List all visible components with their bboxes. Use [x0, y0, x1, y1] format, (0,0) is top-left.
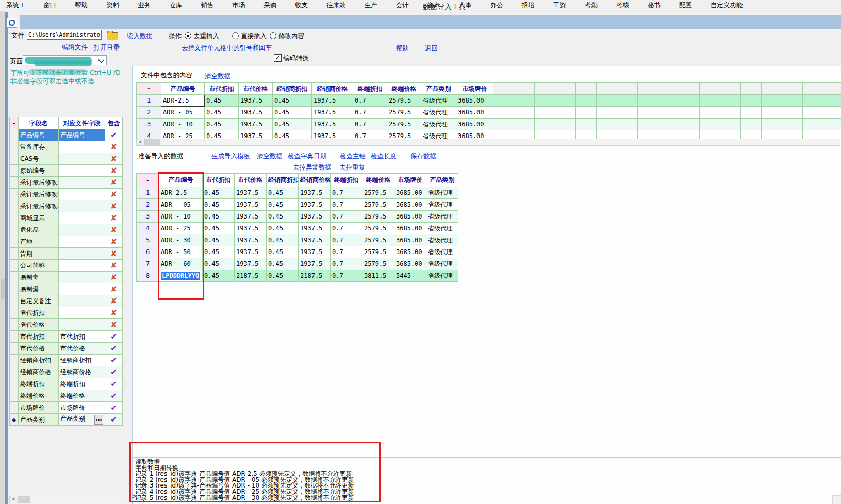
file-field-cell[interactable]: 终端价格: [59, 390, 105, 402]
menu-item[interactable]: 帮助: [65, 0, 97, 11]
ellipsis-button[interactable]: …: [94, 415, 103, 425]
file-field-cell[interactable]: [59, 272, 105, 283]
file-field-cell[interactable]: [59, 319, 105, 331]
menu-item[interactable]: 会计: [387, 0, 418, 11]
field-table-row[interactable]: 易制毒✘: [10, 272, 123, 283]
field-table-row[interactable]: CAS号✘: [10, 153, 123, 165]
menu-item[interactable]: 仓库: [160, 0, 191, 11]
check-dict-date-link[interactable]: 检查字典日期: [288, 152, 326, 161]
field-table-row[interactable]: 市场牌价市场牌价✔: [10, 402, 123, 414]
excluded-cross-icon[interactable]: ✘: [105, 319, 123, 331]
scroll-right-icon[interactable]: >: [131, 492, 137, 500]
window-left-scrollbar[interactable]: [0, 11, 5, 504]
included-check-icon[interactable]: ✔: [105, 129, 123, 141]
clear-data-link[interactable]: 清空数据: [257, 152, 283, 161]
file-table-row[interactable]: 4ADR - 250.451937.50.451937.50.72579.5省级…: [137, 130, 841, 139]
field-table-row[interactable]: 省代价格✘: [10, 319, 123, 331]
file-field-cell[interactable]: [59, 248, 105, 260]
import-table-row[interactable]: 6ADR - 500.451937.50.451937.50.72579.536…: [137, 246, 458, 258]
strip-quotes-link[interactable]: 去掉文件单元格中的引号和回车: [182, 44, 272, 53]
menu-item[interactable]: 采购: [254, 0, 286, 11]
import-table-row[interactable]: 3ADR - 100.451937.50.451937.50.72579.536…: [137, 211, 458, 223]
file-table-row[interactable]: 1ADR-2.50.451937.50.451937.50.72579.5省级代…: [137, 95, 841, 107]
included-check-icon[interactable]: ✔: [105, 390, 123, 402]
file-field-cell[interactable]: 产品类别…: [59, 414, 105, 426]
menu-item[interactable]: 市场: [223, 0, 254, 11]
field-table-row[interactable]: 省代折扣✘: [10, 307, 123, 319]
field-table-row[interactable]: 常备库存✘: [10, 141, 123, 153]
file-field-cell[interactable]: 市场牌价: [59, 402, 105, 414]
file-field-cell[interactable]: [59, 200, 105, 212]
file-field-cell[interactable]: [59, 189, 105, 200]
field-table-row[interactable]: 危化品✘: [10, 224, 123, 236]
included-check-icon[interactable]: ✔: [105, 355, 123, 366]
file-field-cell[interactable]: [59, 153, 105, 165]
field-table-row[interactable]: 经销商价格经销商价格✔: [10, 366, 123, 378]
menu-item[interactable]: 收支: [286, 0, 317, 11]
folder-browse-icon[interactable]: [107, 32, 118, 40]
import-table-row[interactable]: 7ADR - 600.451937.50.451937.50.72579.536…: [137, 258, 458, 270]
file-field-cell[interactable]: [59, 224, 105, 236]
file-table-hscrollbar[interactable]: <: [136, 139, 840, 146]
check-primary-key-link[interactable]: 检查主键: [340, 152, 366, 161]
excluded-cross-icon[interactable]: ✘: [105, 307, 123, 319]
encoding-checkbox[interactable]: ✓: [274, 54, 282, 62]
menu-item[interactable]: 系统 F: [2, 0, 34, 11]
file-field-cell[interactable]: [59, 260, 105, 272]
file-table-row[interactable]: 2ADR - 050.451937.50.451937.50.72579.5省级…: [137, 107, 841, 119]
field-table-row[interactable]: ◆产品类别产品类别…✔: [10, 414, 123, 426]
excluded-cross-icon[interactable]: ✘: [105, 189, 123, 200]
excluded-cross-icon[interactable]: ✘: [105, 153, 123, 165]
menu-item[interactable]: 配置: [670, 0, 701, 11]
edit-file-link[interactable]: 编辑文件: [62, 43, 88, 52]
included-check-icon[interactable]: ✔: [105, 331, 123, 343]
read-data-link[interactable]: 读入数据: [127, 32, 153, 41]
scroll-left-icon[interactable]: <: [10, 496, 18, 503]
field-table-row[interactable]: 经销商折扣经销商折扣✔: [10, 355, 123, 366]
scroll-left-icon[interactable]: <: [137, 139, 145, 145]
field-table-row[interactable]: 市代价格市代价格✔: [10, 343, 123, 355]
operation-radio[interactable]: 去重插入: [185, 32, 219, 40]
file-field-cell[interactable]: 市代折扣: [59, 331, 105, 343]
excluded-cross-icon[interactable]: ✘: [105, 177, 123, 189]
import-table-row[interactable]: 2ADR - 050.451937.50.451937.50.72579.536…: [137, 199, 458, 211]
check-length-link[interactable]: 检查长度: [371, 152, 397, 161]
menu-item[interactable]: 招培: [513, 0, 544, 11]
radio-button-icon[interactable]: [232, 32, 239, 39]
remove-abnormal-link[interactable]: 去掉异常数据: [293, 163, 332, 172]
file-table-clear-link[interactable]: 清空数据: [205, 72, 230, 81]
editing-cell[interactable]: LPDDDRLYYQ: [159, 270, 203, 282]
excluded-cross-icon[interactable]: ✘: [105, 272, 123, 283]
field-table-row[interactable]: 商城显示✘: [10, 212, 123, 224]
field-table-row[interactable]: 终端价格终端价格✔: [10, 390, 123, 402]
excluded-cross-icon[interactable]: ✘: [105, 212, 123, 224]
file-field-cell[interactable]: 经销商价格: [59, 366, 105, 378]
field-table-row[interactable]: 终端折扣终端折扣✔: [10, 378, 123, 390]
field-table-row[interactable]: 易制爆✘: [10, 283, 123, 295]
remove-duplicates-link[interactable]: 去掉重复: [339, 163, 365, 172]
back-link[interactable]: 返回: [425, 44, 438, 53]
included-check-icon[interactable]: ✔: [105, 414, 123, 426]
import-table-row[interactable]: 8LPDDDRLYYQ0.452187.50.452187.50.73811.5…: [137, 270, 458, 282]
menu-item[interactable]: 往来款: [317, 0, 355, 11]
field-table-row[interactable]: 自定义备注✘: [10, 295, 123, 307]
import-table-row[interactable]: 1ADR-2.50.451937.50.451937.50.72579.5368…: [137, 187, 458, 199]
file-field-cell[interactable]: [59, 177, 105, 189]
scrollbar-thumb[interactable]: [1, 279, 5, 299]
menu-item[interactable]: 办公: [481, 0, 513, 11]
excluded-cross-icon[interactable]: ✘: [105, 141, 123, 153]
operation-radio[interactable]: 直接插入: [232, 32, 267, 40]
included-check-icon[interactable]: ✔: [105, 378, 123, 390]
field-table-row[interactable]: 货期✘: [10, 248, 123, 260]
file-field-cell[interactable]: [59, 307, 105, 319]
field-table-row[interactable]: 产品编号产品编号✔: [10, 129, 123, 141]
file-field-cell[interactable]: 产品编号: [59, 129, 105, 141]
file-field-cell[interactable]: [59, 236, 105, 248]
excluded-cross-icon[interactable]: ✘: [105, 236, 123, 248]
import-table-row[interactable]: 4ADR - 250.451937.50.451937.50.72579.536…: [137, 223, 458, 234]
field-table-row[interactable]: 产地✘: [10, 236, 123, 248]
file-path-input[interactable]: [27, 30, 102, 40]
field-table-row[interactable]: 采订最后修改时间✘: [10, 189, 123, 200]
included-check-icon[interactable]: ✔: [105, 402, 123, 414]
field-table-row[interactable]: 原始编号✘: [10, 165, 123, 177]
